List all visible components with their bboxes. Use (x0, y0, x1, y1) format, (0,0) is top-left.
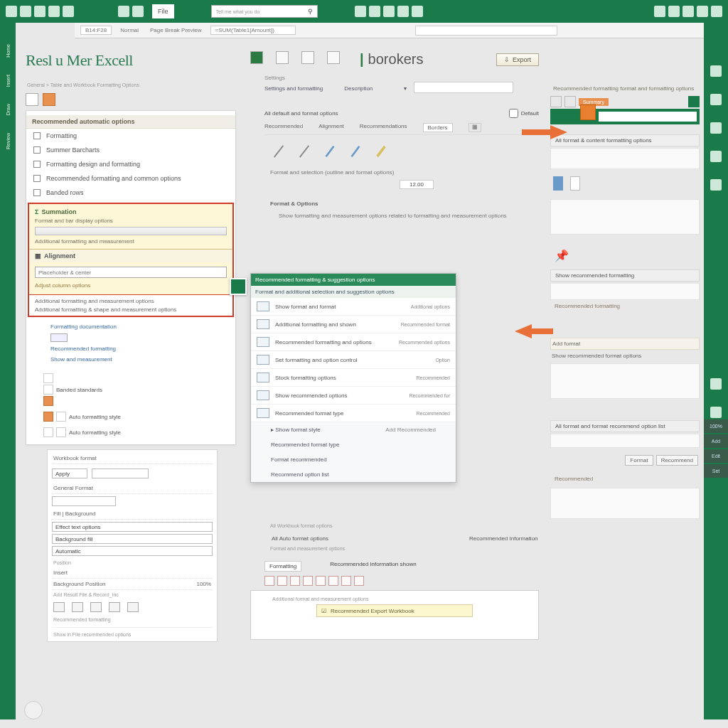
right-link[interactable]: Recommended formatting (550, 300, 700, 312)
mid-subtab[interactable]: Description (344, 85, 373, 92)
yellow-banner[interactable]: ☑Recommended Export Workbook (316, 604, 473, 617)
ribbon-icon[interactable] (654, 6, 665, 17)
table-icon[interactable] (276, 51, 289, 64)
popup-row[interactable]: Show format and formatAdditional options (251, 298, 456, 316)
thumb-icon[interactable] (43, 373, 53, 383)
panel-icon[interactable] (564, 96, 576, 107)
thumb-icon[interactable] (43, 396, 53, 406)
tab[interactable]: Recommendations (360, 123, 407, 132)
rail-icon[interactable] (710, 407, 722, 418)
popup-sub[interactable]: Format recommended (251, 452, 456, 467)
rail-icon[interactable] (710, 65, 722, 77)
ribbon-icon[interactable] (697, 6, 708, 17)
panel-icon[interactable] (550, 96, 562, 107)
ribbon-icon[interactable] (118, 6, 129, 17)
popup-row[interactable]: Set formatting and option controlOption (251, 351, 456, 369)
link-item[interactable]: Formatting documentation (26, 321, 235, 332)
sub-field[interactable] (92, 469, 149, 478)
style-chip[interactable] (50, 333, 68, 342)
bottom-tab[interactable]: Recommended information shown (330, 561, 416, 572)
export-button[interactable]: ⇩Export (496, 53, 539, 66)
color-chip[interactable] (354, 576, 364, 586)
thumb-icon[interactable] (43, 427, 53, 437)
link-item[interactable]: Recommended formatting (26, 343, 235, 354)
color-chip[interactable] (277, 576, 287, 586)
ribbon-icon[interactable] (48, 6, 60, 17)
rail-dark-item[interactable]: 100% (704, 419, 728, 433)
checkbox-icon[interactable] (33, 146, 41, 154)
color-chip[interactable] (303, 576, 313, 586)
panel-icon[interactable] (688, 96, 700, 107)
rail-item[interactable]: Draw (6, 104, 11, 115)
rail-dark-item[interactable]: Add (704, 434, 728, 448)
list-icon[interactable] (327, 51, 340, 64)
brush-icon[interactable] (321, 141, 338, 162)
rail-item[interactable]: Insert (6, 75, 11, 87)
checkbox-icon[interactable] (33, 132, 41, 139)
rail-item[interactable]: Home (6, 44, 11, 58)
green-bar-field[interactable] (599, 112, 697, 122)
formula-box[interactable]: =SUM(Table1[Amount]) (210, 26, 296, 35)
sub-field[interactable]: Automatic (52, 546, 213, 556)
tab[interactable]: Borders (423, 123, 453, 132)
tab[interactable]: Alignment (318, 123, 344, 132)
more-button[interactable]: Recommend (656, 455, 698, 466)
orange-marker[interactable] (580, 105, 596, 120)
align-center-icon[interactable] (72, 602, 83, 612)
thumb-icon[interactable] (43, 385, 53, 395)
ribbon-icon[interactable] (383, 6, 395, 17)
ribbon-icon[interactable] (412, 6, 423, 17)
bottom-tab[interactable]: Formatting (264, 561, 301, 572)
mid-subtab[interactable]: Settings and formatting (264, 85, 323, 92)
ribbon-icon[interactable] (369, 6, 380, 17)
tab[interactable]: Recommended (264, 123, 303, 132)
sub-field[interactable] (52, 496, 116, 506)
rail-icon[interactable] (710, 378, 722, 390)
color-chip[interactable] (341, 576, 351, 586)
ribbon-icon[interactable] (34, 6, 46, 17)
popup-sub[interactable]: Recommend option list (251, 467, 456, 482)
panel-icon-active[interactable] (43, 93, 55, 106)
popup-row[interactable]: Recommended formatting and optionsRecomm… (251, 333, 456, 351)
avatar[interactable] (24, 701, 43, 719)
callout-input[interactable]: Placeholder & center (35, 267, 227, 278)
pushpin-icon[interactable]: 📌 (555, 249, 700, 262)
brush-icon[interactable] (347, 141, 364, 162)
align-right-icon[interactable] (90, 602, 102, 612)
highlighter-icon[interactable] (373, 141, 390, 162)
color-chip[interactable] (290, 576, 300, 586)
italic-icon[interactable] (127, 602, 139, 612)
align-left-icon[interactable] (53, 602, 65, 612)
rail-icon[interactable] (710, 122, 722, 134)
popup-row[interactable]: Stock formatting optionsRecommended (251, 369, 456, 387)
ribbon-icon[interactable] (20, 6, 31, 17)
checkbox[interactable] (509, 109, 518, 118)
panel-icon[interactable] (26, 93, 38, 106)
thumb[interactable] (553, 176, 563, 191)
link-item[interactable]: Show and measurement (26, 354, 235, 365)
ribbon-search-tab[interactable]: File (152, 4, 174, 18)
number-field[interactable]: 12.00 (400, 180, 434, 189)
popup-sub[interactable]: Recommended format type (251, 437, 456, 452)
ribbon-search[interactable]: Tell me what you do ⚲ (211, 5, 318, 18)
rail-icon[interactable] (710, 151, 722, 162)
color-chip[interactable] (264, 576, 274, 586)
popup-row[interactable]: Additional formatting and shownRecommend… (251, 316, 456, 333)
ribbon-icon[interactable] (132, 6, 144, 17)
ribbon-icon[interactable] (63, 6, 74, 17)
popup-row[interactable]: Show recommended optionsRecommended for (251, 387, 456, 405)
color-chip[interactable] (328, 576, 338, 586)
thumb-icon[interactable] (56, 427, 66, 437)
thumb-icon[interactable] (56, 412, 66, 422)
check-row[interactable]: Formatting (26, 129, 235, 143)
rail-dark-item[interactable]: Edit (704, 449, 728, 463)
grid-icon[interactable]: ▦ (469, 123, 481, 132)
ribbon-icon[interactable] (355, 6, 366, 17)
color-chip[interactable] (316, 576, 326, 586)
check-row[interactable]: Formatting design and formatting (26, 157, 235, 171)
flag-icon[interactable] (250, 51, 263, 64)
format-button[interactable]: Format (625, 455, 653, 466)
check-row[interactable]: Summer Barcharts (26, 143, 235, 157)
checkbox-icon[interactable] (33, 175, 41, 182)
doc-icon[interactable] (301, 51, 314, 64)
